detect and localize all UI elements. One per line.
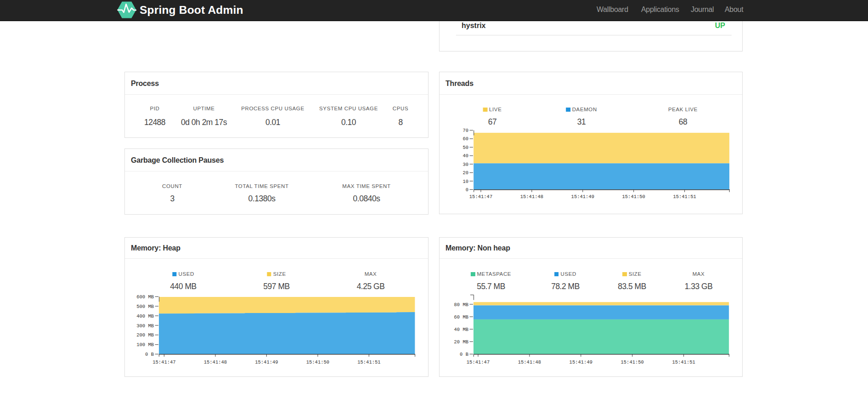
svg-text:500 MB: 500 MB — [136, 304, 154, 309]
svg-text:15:41:48: 15:41:48 — [518, 359, 541, 365]
svg-text:15:41:50: 15:41:50 — [620, 359, 643, 365]
svg-text:15:41:49: 15:41:49 — [569, 359, 592, 365]
svg-text:15:41:51: 15:41:51 — [673, 194, 696, 199]
svg-text:15:41:50: 15:41:50 — [306, 359, 329, 365]
svg-text:15:41:51: 15:41:51 — [672, 359, 695, 365]
svg-text:300 MB: 300 MB — [136, 323, 154, 329]
svg-text:0: 0 — [466, 187, 468, 193]
svg-text:10: 10 — [462, 179, 468, 184]
svg-text:40 MB: 40 MB — [454, 327, 468, 332]
svg-text:200 MB: 200 MB — [136, 332, 154, 338]
svg-text:600 MB: 600 MB — [136, 294, 154, 300]
svg-text:400 MB: 400 MB — [136, 313, 154, 319]
svg-text:50: 50 — [462, 145, 468, 150]
svg-text:20 MB: 20 MB — [454, 339, 468, 345]
svg-text:0 B: 0 B — [460, 352, 468, 357]
svg-text:80 MB: 80 MB — [454, 302, 468, 308]
svg-text:100 MB: 100 MB — [136, 342, 154, 347]
svg-text:40: 40 — [462, 153, 468, 159]
svg-text:0 B: 0 B — [145, 352, 154, 357]
svg-text:60 MB: 60 MB — [454, 314, 468, 320]
svg-text:15:41:49: 15:41:49 — [571, 194, 594, 199]
svg-text:60: 60 — [462, 136, 468, 142]
svg-text:30: 30 — [462, 162, 468, 167]
svg-text:20: 20 — [462, 170, 468, 176]
svg-text:70: 70 — [462, 128, 468, 133]
svg-text:15:41:51: 15:41:51 — [357, 359, 380, 365]
svg-text:15:41:48: 15:41:48 — [204, 359, 227, 365]
svg-text:15:41:47: 15:41:47 — [467, 359, 490, 365]
svg-text:15:41:47: 15:41:47 — [469, 194, 492, 199]
svg-text:15:41:50: 15:41:50 — [622, 194, 645, 199]
svg-text:15:41:48: 15:41:48 — [520, 194, 543, 199]
svg-text:15:41:49: 15:41:49 — [255, 359, 278, 365]
svg-text:15:41:47: 15:41:47 — [152, 359, 175, 365]
